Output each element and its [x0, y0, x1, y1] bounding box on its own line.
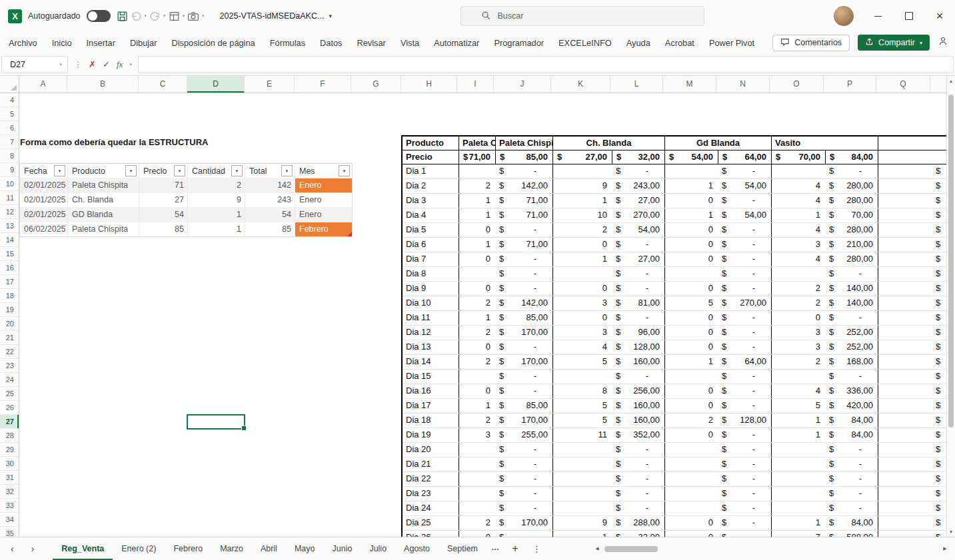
cell[interactable]: $- — [495, 501, 552, 515]
cell[interactable]: 142 — [245, 178, 295, 192]
cell[interactable] — [878, 252, 932, 266]
cell[interactable] — [878, 238, 932, 252]
cell[interactable]: 2 — [459, 355, 495, 369]
cell[interactable]: 2 — [459, 326, 495, 340]
cell[interactable]: $54,00 — [664, 150, 718, 164]
cell[interactable]: $27,00 — [552, 150, 612, 164]
cell[interactable]: $ — [932, 179, 946, 193]
cell[interactable]: $270,00 — [718, 296, 771, 310]
column-header-a[interactable]: A — [19, 76, 67, 93]
cell[interactable]: $- — [612, 487, 664, 501]
cell[interactable]: 1 — [771, 516, 825, 530]
row-header-16[interactable]: 16 — [0, 261, 19, 275]
column-header[interactable] — [930, 76, 946, 93]
cell[interactable] — [771, 443, 825, 457]
cell[interactable]: $336,00 — [825, 384, 878, 398]
cell[interactable]: $170,00 — [495, 326, 552, 340]
redo-dropdown-icon[interactable]: ▾ — [163, 13, 166, 19]
cell[interactable]: 0 — [664, 428, 718, 442]
cell[interactable] — [552, 267, 612, 281]
cell[interactable] — [664, 487, 718, 501]
cell[interactable]: 3 — [459, 428, 495, 442]
cell[interactable]: Dia 18 — [403, 414, 459, 427]
cell[interactable] — [459, 487, 495, 501]
cell[interactable]: $- — [718, 311, 771, 325]
cell[interactable]: $- — [495, 487, 552, 501]
cell[interactable]: $- — [825, 501, 878, 515]
cell[interactable]: $- — [495, 472, 552, 486]
sheet-tab-mayo[interactable]: Mayo — [286, 537, 324, 560]
cell[interactable]: $352,00 — [612, 428, 664, 442]
cell[interactable]: $- — [825, 457, 878, 471]
cell[interactable]: 5 — [771, 399, 825, 413]
row-header-30[interactable]: 30 — [0, 457, 19, 471]
cell[interactable]: 0 — [664, 399, 718, 413]
sheet-tab-septiem[interactable]: Septiem — [439, 537, 486, 560]
cell[interactable]: $280,00 — [825, 252, 878, 266]
cell[interactable]: 3 — [552, 296, 612, 310]
cell[interactable]: GD Blanda — [68, 208, 139, 222]
cell[interactable]: $- — [495, 370, 552, 384]
cell[interactable]: $ — [932, 194, 946, 208]
cell[interactable] — [878, 223, 932, 237]
cell[interactable]: $ — [932, 238, 946, 252]
cell[interactable]: 2 — [188, 178, 245, 192]
cell[interactable]: 0 — [459, 282, 495, 296]
cell[interactable]: $- — [718, 428, 771, 442]
cell[interactable]: $32,00 — [612, 150, 664, 164]
cell[interactable] — [459, 501, 495, 515]
cell[interactable]: 5 — [552, 355, 612, 369]
cell[interactable]: $ — [932, 311, 946, 325]
cell[interactable]: Ch. Blanda — [552, 137, 664, 150]
scroll-left-icon[interactable]: ◀ — [591, 546, 603, 551]
cell[interactable] — [878, 428, 932, 442]
close-button[interactable]: × — [924, 0, 955, 32]
cell[interactable]: $160,00 — [612, 355, 664, 369]
cell[interactable] — [878, 137, 946, 150]
row-header-14[interactable]: 14 — [0, 233, 19, 247]
name-box[interactable]: D27 ▾ — [1, 56, 68, 73]
column-header-n[interactable]: N — [716, 76, 770, 93]
cell[interactable]: Dia 16 — [403, 384, 459, 398]
cell[interactable] — [878, 355, 932, 369]
cell[interactable]: $168,00 — [825, 355, 878, 369]
filter-header-producto[interactable]: Producto▼ — [68, 164, 139, 178]
add-sheet-button[interactable]: + — [504, 537, 525, 560]
ribbon-tab-automatizar[interactable]: Automatizar — [427, 32, 486, 53]
confirm-icon[interactable]: ✓ — [103, 59, 110, 69]
cell[interactable]: $- — [718, 399, 771, 413]
cell[interactable]: 85 — [139, 222, 188, 236]
cell[interactable] — [459, 164, 495, 178]
cell[interactable] — [878, 164, 932, 178]
cell[interactable]: 0 — [459, 252, 495, 266]
cell[interactable]: $252,00 — [825, 326, 878, 340]
cell[interactable] — [664, 267, 718, 281]
cell[interactable] — [552, 443, 612, 457]
cell[interactable]: $- — [718, 443, 771, 457]
save-icon[interactable] — [117, 11, 128, 22]
ribbon-tab-vista[interactable]: Vista — [393, 32, 427, 53]
row-header-6[interactable]: 6 — [0, 121, 19, 135]
cell[interactable]: Dia 12 — [403, 326, 459, 340]
cell[interactable] — [459, 370, 495, 384]
cell[interactable]: $71,00 — [495, 194, 552, 208]
ribbon-tab-revisar[interactable]: Revisar — [349, 32, 393, 53]
cell[interactable]: $71,00 — [495, 208, 552, 222]
cell[interactable] — [552, 164, 612, 178]
cell[interactable]: Precio — [403, 150, 459, 164]
cell[interactable]: $- — [718, 194, 771, 208]
cell[interactable] — [459, 443, 495, 457]
ribbon-tab-disposici-n-de-p-gina[interactable]: Disposición de página — [164, 32, 262, 53]
cell[interactable]: $- — [718, 516, 771, 530]
cell[interactable]: $- — [612, 267, 664, 281]
cell[interactable]: $ — [932, 282, 946, 296]
sheet-tab-marzo[interactable]: Marzo — [211, 537, 252, 560]
comments-button[interactable]: Comentarios — [772, 35, 850, 51]
cell[interactable] — [878, 443, 932, 457]
cell[interactable]: Dia 2 — [403, 179, 459, 193]
cell[interactable]: $140,00 — [825, 282, 878, 296]
horizontal-scrollbar[interactable]: ◀ ▶ — [591, 537, 955, 560]
cell[interactable]: Dia 4 — [403, 208, 459, 222]
formula-input[interactable] — [138, 56, 954, 73]
cell[interactable] — [771, 370, 825, 384]
